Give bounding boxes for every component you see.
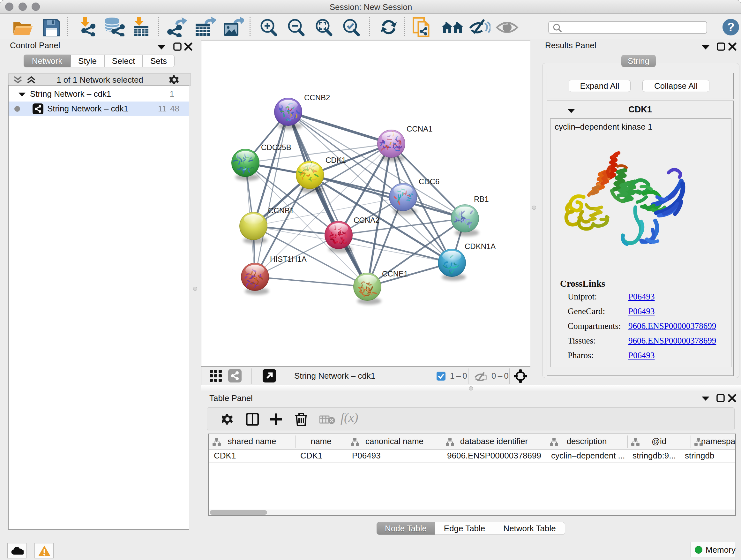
svg-text:CDK1: CDK1 xyxy=(326,156,346,165)
svg-text:RB1: RB1 xyxy=(474,195,489,203)
svg-text:CDC6: CDC6 xyxy=(419,177,440,186)
svg-text:CCNB1: CCNB1 xyxy=(268,206,294,215)
svg-text:HIST1H1A: HIST1H1A xyxy=(270,255,307,263)
svg-text:CDKN1A: CDKN1A xyxy=(465,242,495,251)
svg-text:?: ? xyxy=(727,20,734,34)
svg-text:CCNE1: CCNE1 xyxy=(382,269,408,278)
svg-text:CDC25B: CDC25B xyxy=(261,143,291,152)
svg-text:CCNA1: CCNA1 xyxy=(407,125,432,133)
svg-text:CCNA2: CCNA2 xyxy=(354,216,380,225)
svg-text:CCNB2: CCNB2 xyxy=(304,93,330,102)
